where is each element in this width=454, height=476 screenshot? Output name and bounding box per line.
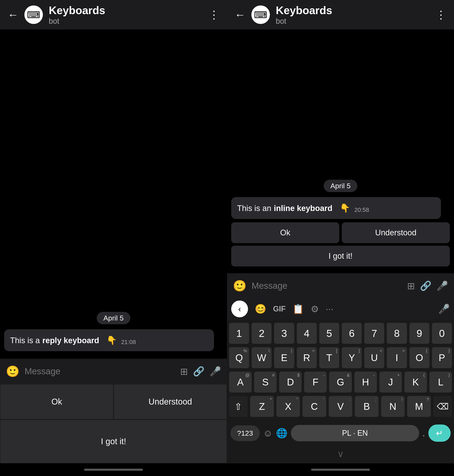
left-chat-title: Keyboards <box>49 4 203 17</box>
left-reply-understood-button[interactable]: Understood <box>114 384 227 419</box>
key-w[interactable]: W\ <box>252 347 272 368</box>
left-chat-area: April 5 This is a reply keyboard 👇21:08 <box>0 30 227 359</box>
key-1[interactable]: 1 <box>229 323 249 344</box>
right-msg-bold: inline keyboard <box>274 203 333 214</box>
key-r[interactable]: R= <box>297 347 317 368</box>
keyboard-qwerty-row: Q% W\ E| R= T[ Y] U< I> O{ P} <box>229 347 452 368</box>
keyboard-more-button[interactable]: ··· <box>325 304 333 314</box>
key-c[interactable]: C' <box>303 396 326 417</box>
keyboard-globe-button[interactable]: 🌐 <box>276 428 288 438</box>
right-emoji-button[interactable]: 🙂 <box>233 280 247 292</box>
left-header-info: Keyboards bot <box>49 4 203 26</box>
left-back-button[interactable]: ← <box>8 9 18 20</box>
key-k[interactable]: K( <box>404 371 427 393</box>
key-v[interactable]: V: <box>329 396 353 417</box>
keyboard-bottom-row: ?123 ☺ 🌐 PL · EN . ↵ <box>227 423 454 446</box>
left-attach-icon[interactable]: 🔗 <box>193 366 204 377</box>
right-keyboard-icon[interactable]: ⊞ <box>407 280 415 291</box>
key-9[interactable]: 9 <box>409 323 429 344</box>
right-msg-prefix: This is an <box>237 203 271 214</box>
left-input-bar: 🙂 ⊞ 🔗 🎤 <box>0 359 227 384</box>
left-avatar-icon: ⌨ <box>27 9 40 20</box>
right-message-input[interactable] <box>252 281 402 291</box>
left-menu-button[interactable]: ⋮ <box>209 8 219 21</box>
key-m[interactable]: M? <box>407 396 431 417</box>
key-backspace[interactable]: ⌫ <box>433 396 452 417</box>
left-msg-emoji: 👇 <box>106 334 117 346</box>
left-keyboard-icon[interactable]: ⊞ <box>180 366 188 377</box>
key-h[interactable]: H- <box>354 371 377 393</box>
key-p[interactable]: P} <box>432 347 452 368</box>
right-chat-subtitle: bot <box>276 17 430 26</box>
key-2[interactable]: 2 <box>252 323 272 344</box>
right-inline-understood-button[interactable]: Understood <box>342 222 450 243</box>
right-menu-button[interactable]: ⋮ <box>436 8 446 21</box>
keyboard-bottom-emoji[interactable]: ☺ <box>263 428 272 438</box>
key-o[interactable]: O{ <box>409 347 429 368</box>
right-mic-icon[interactable]: 🎤 <box>437 280 448 291</box>
key-7[interactable]: 7 <box>364 323 384 344</box>
key-6[interactable]: 6 <box>342 323 362 344</box>
left-date-label: April 5 <box>97 312 130 324</box>
key-f[interactable]: F- <box>304 371 327 393</box>
left-emoji-button[interactable]: 🙂 <box>6 365 20 378</box>
right-avatar: ⌨ <box>251 6 270 24</box>
keyboard-num-button[interactable]: ?123 <box>230 425 260 441</box>
key-y[interactable]: Y] <box>342 347 362 368</box>
right-avatar-icon: ⌨ <box>254 9 267 20</box>
key-shift[interactable]: ⇧ <box>229 396 248 417</box>
left-reply-kb-row1: Ok Understood <box>0 384 227 419</box>
left-avatar: ⌨ <box>24 6 43 24</box>
right-attach-icon[interactable]: 🔗 <box>420 280 431 291</box>
key-g[interactable]: G& <box>329 371 352 393</box>
key-i[interactable]: I> <box>387 347 407 368</box>
key-q[interactable]: Q% <box>229 347 249 368</box>
key-4[interactable]: 4 <box>297 323 317 344</box>
keyboard-hide-button[interactable]: ∨ <box>337 448 344 459</box>
keyboard-enter-button[interactable]: ↵ <box>428 424 451 442</box>
right-msg-time: 20:58 <box>354 206 369 214</box>
keyboard-mic-button[interactable]: 🎤 <box>438 303 450 314</box>
keyboard-main: 1 2 3 4 5 6 7 8 9 0 Q% W\ E| R= T[ Y] U<… <box>227 319 454 423</box>
keyboard-lang-button[interactable]: PL · EN <box>291 425 419 441</box>
key-s[interactable]: S# <box>254 371 277 393</box>
key-j[interactable]: J+ <box>379 371 402 393</box>
key-a[interactable]: A@ <box>229 371 252 393</box>
left-home-bar <box>84 469 143 471</box>
keyboard-toolbar: ‹ 😊 GIF 📋 ⚙ ··· 🎤 <box>227 298 454 319</box>
right-back-button[interactable]: ← <box>235 9 245 20</box>
left-reply-igotit-button[interactable]: I got it! <box>0 419 227 463</box>
key-n[interactable]: N! <box>381 396 405 417</box>
key-b[interactable]: B; <box>355 396 378 417</box>
keyboard-back-icon: ‹ <box>238 304 241 314</box>
key-d[interactable]: D$ <box>279 371 302 393</box>
key-l[interactable]: L) <box>429 371 452 393</box>
right-inline-igotit-button[interactable]: I got it! <box>231 246 450 266</box>
left-header: ← ⌨ Keyboards bot ⋮ <box>0 0 227 30</box>
keyboard-gif-button[interactable]: GIF <box>273 304 286 313</box>
keyboard-emoji-button[interactable]: 😊 <box>255 303 266 314</box>
left-reply-keyboard: Ok Understood I got it! <box>0 384 227 463</box>
keyboard-asdf-row: A@ S# D$ F- G& H- J+ K( L) <box>229 371 452 393</box>
keyboard-clipboard-button[interactable]: 📋 <box>292 303 304 314</box>
right-home-indicator <box>227 463 454 476</box>
left-message-input[interactable] <box>25 366 175 376</box>
right-chat-title: Keyboards <box>276 4 430 17</box>
key-z[interactable]: Z* <box>250 396 274 417</box>
key-e[interactable]: E| <box>274 347 294 368</box>
key-u[interactable]: U< <box>364 347 384 368</box>
key-0[interactable]: 0 <box>432 323 452 344</box>
key-x[interactable]: X" <box>276 396 300 417</box>
right-inline-keyboard: Ok Understood I got it! <box>231 222 450 266</box>
key-t[interactable]: T[ <box>319 347 339 368</box>
key-3[interactable]: 3 <box>274 323 294 344</box>
keyboard-settings-button[interactable]: ⚙ <box>311 304 319 314</box>
right-inline-ok-button[interactable]: Ok <box>231 222 339 243</box>
left-mic-icon[interactable]: 🎤 <box>210 366 221 377</box>
left-reply-ok-button[interactable]: Ok <box>0 384 114 419</box>
keyboard-back-button[interactable]: ‹ <box>231 301 248 317</box>
keyboard-dot-button[interactable]: . <box>423 428 425 438</box>
key-8[interactable]: 8 <box>387 323 407 344</box>
key-5[interactable]: 5 <box>319 323 339 344</box>
right-home-bar <box>311 469 370 471</box>
